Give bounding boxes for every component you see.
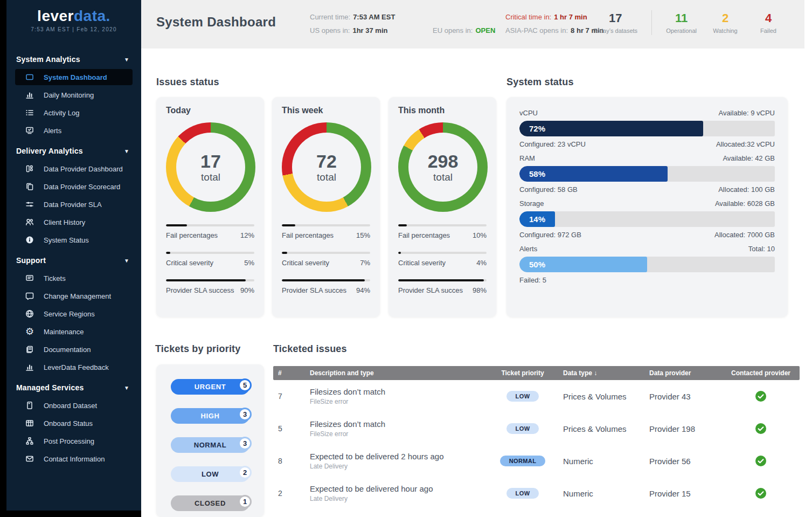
sidebar-item-tickets[interactable]: Tickets xyxy=(15,270,133,286)
priority-pill-low[interactable]: LOW 2 xyxy=(171,466,249,482)
sidebar-item-service-regions[interactable]: Service Regions xyxy=(15,306,133,322)
sidebar-item-alerts[interactable]: Alerts xyxy=(15,122,133,139)
ticket-number: 8 xyxy=(273,457,310,465)
metric-provider-sla-success: Provider SLA success90% xyxy=(166,279,254,294)
blocks-icon xyxy=(25,164,34,174)
stat-value: 17 xyxy=(593,11,637,25)
leverdata-logo: leverdata. xyxy=(6,8,141,25)
scrollbar-track[interactable] xyxy=(804,0,812,517)
meter-alerts: Alerts Total: 10 50% Failed: 5 xyxy=(519,245,775,284)
priority-pill-high[interactable]: HIGH 3 xyxy=(171,408,249,424)
sidebar-item-label: Data Provider SLA xyxy=(44,201,102,209)
table-row[interactable]: 8 Expected to be delivered 2 hours ago L… xyxy=(273,445,800,477)
ticket-datatype: Numeric xyxy=(563,489,649,498)
sidebar-item-data-provider-scorecard[interactable]: Data Provider Scorecard xyxy=(15,178,133,195)
sidebar-item-daily-monitoring[interactable]: Daily Monitoring xyxy=(15,87,133,103)
logo-text-data: data. xyxy=(74,8,110,24)
metric-label: Critical severity xyxy=(398,259,446,267)
sidebar-item-onboard-status[interactable]: Onboard Status xyxy=(15,415,133,431)
sidebar-item-documentation[interactable]: Documentation xyxy=(15,341,133,357)
table-row[interactable]: 7 Filesizes don’t match FileSize error L… xyxy=(273,380,800,412)
metric-bar xyxy=(166,224,254,226)
sidebar-item-post-processing[interactable]: Post Processing xyxy=(15,433,133,449)
sidebar-item-label: LeverData Feedback xyxy=(44,363,109,371)
column-header-description: Description and type xyxy=(310,369,482,377)
nav-section-header-system-analytics[interactable]: System Analytics ▼ xyxy=(6,55,141,64)
eu-opens: EU opens in:OPEN xyxy=(433,26,505,35)
sidebar-item-data-provider-dashboard[interactable]: Data Provider Dashboard xyxy=(15,161,133,177)
metric-provider-sla-succes: Provider SLA succes98% xyxy=(398,279,487,294)
table-row[interactable]: 5 Filesizes don’t match FileSize error L… xyxy=(273,412,800,445)
sidebar-item-onboard-dataset[interactable]: Onboard Dataset xyxy=(15,397,133,413)
column-header-datatype[interactable]: Data type ↓ xyxy=(563,369,649,377)
sidebar-item-label: Client History xyxy=(44,218,85,226)
donut-total-value: 298 xyxy=(428,151,459,172)
metric-label: Critical severity xyxy=(166,259,213,267)
meter-storage: Storage Available: 6028 GB 14% Configure… xyxy=(519,199,775,239)
donut-chart-this-month: 298 total xyxy=(398,122,488,212)
priority-pill-count: 2 xyxy=(238,466,252,479)
sidebar-item-leverdata-feedback[interactable]: LeverData Feedback xyxy=(15,359,133,375)
priority-pill-closed[interactable]: CLOSED 1 xyxy=(171,495,249,511)
ticket-datatype: Numeric xyxy=(563,457,649,466)
nav-section-header-support[interactable]: Support ▼ xyxy=(6,256,141,265)
priority-pill-normal[interactable]: NORMAL 3 xyxy=(171,437,249,453)
metric-bar xyxy=(282,224,370,226)
sidebar-item-label: Post Processing xyxy=(44,437,94,445)
ticket-priority-badge: LOW xyxy=(506,391,539,402)
meter-top-right: Total: 10 xyxy=(748,245,775,253)
nav-section-header-delivery-analytics[interactable]: Delivery Analytics ▼ xyxy=(6,147,141,155)
chevron-down-icon: ▼ xyxy=(124,385,129,391)
ticket-description: Expected to be delivered hour ago xyxy=(310,484,482,493)
sidebar-item-activity-log[interactable]: Activity Log xyxy=(15,105,133,121)
column-header-contacted: Contacted provider xyxy=(731,369,790,377)
sidebar-item-client-history[interactable]: Client History xyxy=(15,214,133,230)
bar-chart-icon xyxy=(25,362,34,372)
ticket-priority-badge: NORMAL xyxy=(500,456,546,466)
sidebar-item-maintenance[interactable]: ⚙ Maintenance xyxy=(15,323,133,340)
donut-total-label: total xyxy=(317,171,336,183)
ticket-icon xyxy=(25,273,34,283)
contacted-check-icon xyxy=(755,423,767,435)
column-header-priority: Ticket priority xyxy=(501,369,544,377)
gear-icon: ⚙ xyxy=(25,327,34,336)
sidebar-item-system-dashboard[interactable]: System Dashboard xyxy=(15,69,133,85)
sidebar-item-label: Maintenance xyxy=(44,328,84,336)
metric-value: 98% xyxy=(473,286,487,294)
meter-bottom-right: Allocated:32 vCPU xyxy=(716,140,775,148)
users-icon xyxy=(25,217,34,227)
metric-fail-percentages: Fail percentages12% xyxy=(166,224,254,239)
stat-today-s-datasets: 17 Today’s datasets xyxy=(593,11,637,34)
issues-card-this-month: This month 298 total Fail percentages10%… xyxy=(388,97,496,317)
priority-pill-label: HIGH xyxy=(171,408,249,424)
metric-value: 5% xyxy=(244,259,254,267)
metric-label: Provider SLA succes xyxy=(398,286,463,294)
sidebar-item-label: Activity Log xyxy=(44,109,79,117)
metric-value: 15% xyxy=(356,231,370,239)
metric-fail-percentages: Fail percentages10% xyxy=(398,224,487,239)
table-row[interactable]: 2 Expected to be delivered hour ago Late… xyxy=(273,477,800,509)
nav-section-label: Support xyxy=(16,256,46,265)
table-icon xyxy=(25,418,34,428)
sidebar-item-label: Onboard Dataset xyxy=(44,402,97,410)
sidebar-item-contact-information[interactable]: Contact Information xyxy=(15,451,133,467)
chat-icon xyxy=(25,291,34,301)
meter-bottom-right: Allocated: 100 GB xyxy=(718,185,775,194)
sidebar-item-data-provider-sla[interactable]: Data Provider SLA xyxy=(15,196,133,212)
sliders-icon xyxy=(25,199,34,209)
sidebar-item-change-management[interactable]: Change Management xyxy=(15,288,133,304)
priority-pill-urgent[interactable]: URGENT 5 xyxy=(171,379,249,395)
nav-section-header-managed-services[interactable]: Managed Services ▼ xyxy=(6,383,141,392)
issues-card-title: Today xyxy=(166,106,254,115)
ticket-provider: Provider 43 xyxy=(649,392,722,401)
chevron-down-icon: ▼ xyxy=(124,57,129,63)
priority-pill-count: 5 xyxy=(238,378,252,392)
ticketed-issues-heading: Ticketed issues xyxy=(273,343,347,355)
docs-icon xyxy=(25,344,34,354)
sidebar-item-system-status[interactable]: System Status xyxy=(15,232,133,248)
metric-label: Provider SLA success xyxy=(166,286,234,294)
sidebar-datetime: 7:53 AM EST | Feb 12, 2020 xyxy=(6,26,141,32)
ticket-provider: Provider 15 xyxy=(649,489,722,498)
main-area: System Dashboard Current time:7:53 AM ES… xyxy=(141,0,812,517)
column-header-provider: Data provider xyxy=(649,369,722,377)
